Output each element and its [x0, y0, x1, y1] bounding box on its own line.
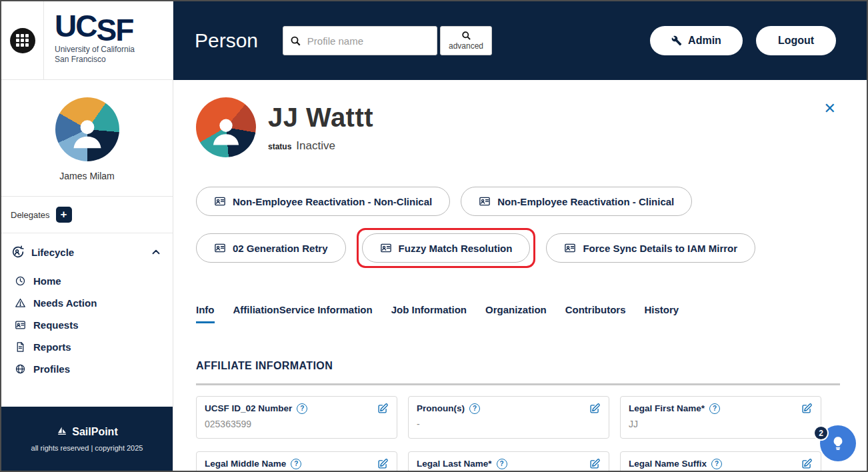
tools-icon	[671, 35, 682, 46]
lifecycle-section-header[interactable]: Lifecycle	[1, 233, 173, 267]
id-badge-icon	[15, 319, 26, 331]
field-label: Legal Name Suffix	[629, 459, 707, 469]
red-highlight-annotation: Fuzzy Match Resolution	[357, 228, 536, 268]
copyright-text: all rights reserved | copyright 2025	[31, 444, 143, 452]
sailpoint-logo: SailPoint	[56, 426, 117, 438]
help-icon[interactable]: ?	[469, 403, 480, 414]
help-fab-button[interactable]: 2	[820, 425, 856, 461]
sidebar: UCSF University of California San Franci…	[1, 1, 173, 471]
edit-icon[interactable]	[377, 403, 389, 414]
tab-history[interactable]: History	[645, 304, 679, 323]
tab-contributors[interactable]: Contributors	[565, 304, 626, 323]
actions-row-2: 02 Generation Retry Fuzzy Match Resoluti…	[196, 228, 755, 268]
advanced-search-button[interactable]: advanced	[440, 26, 492, 55]
lifecycle-label: Lifecycle	[31, 247, 74, 258]
notification-badge: 2	[813, 425, 829, 441]
field-grid: UCSF ID_02 Number ? 025363599 Pronoun(s)…	[196, 396, 821, 471]
lightbulb-icon	[829, 435, 847, 452]
action-02-generation-retry[interactable]: 02 Generation Retry	[196, 233, 346, 263]
field-label: Legal First Name*	[629, 403, 705, 413]
sidebar-user-avatar	[55, 97, 119, 161]
app-window: UCSF University of California San Franci…	[0, 0, 868, 472]
edit-icon[interactable]	[801, 458, 813, 469]
person-silhouette-icon	[208, 112, 244, 148]
warning-icon	[15, 297, 26, 309]
app-launcher-button[interactable]	[10, 28, 35, 53]
section-divider	[196, 383, 840, 385]
status-row: status Inactive	[268, 139, 373, 153]
sidebar-footer: SailPoint all rights reserved | copyrigh…	[1, 407, 173, 471]
action-non-employee-reactivation-clinical[interactable]: Non-Employee Reactivation - Clinical	[461, 187, 692, 216]
sidebar-menu: Home Needs Action Requests Reports Profi…	[1, 270, 173, 380]
field-value: -	[417, 419, 601, 429]
id-badge-icon	[479, 195, 491, 207]
tab-affiliation-service-information[interactable]: AffiliationService Information	[233, 304, 373, 323]
ucsf-logo: UCSF University of California San Franci…	[44, 1, 135, 79]
sidebar-item-requests[interactable]: Requests	[1, 314, 173, 336]
add-delegate-button[interactable]: +	[56, 207, 72, 223]
search-input[interactable]	[306, 35, 430, 47]
chevron-up-icon[interactable]	[150, 246, 162, 258]
field-legal-name-suffix: Legal Name Suffix ?	[620, 451, 821, 471]
help-icon[interactable]: ?	[711, 459, 722, 469]
help-icon[interactable]: ?	[297, 403, 307, 414]
id-badge-icon	[564, 242, 576, 254]
sidebar-item-needs-action[interactable]: Needs Action	[1, 292, 173, 314]
tab-organization[interactable]: Organization	[485, 304, 547, 323]
delegates-row: Delegates +	[1, 197, 173, 233]
search-icon	[290, 35, 301, 47]
actions-row-1: Non-Employee Reactivation - Non-Clinical…	[196, 187, 692, 216]
id-badge-icon	[214, 242, 226, 254]
sidebar-user-name: James Milam	[1, 171, 173, 181]
admin-button[interactable]: Admin	[650, 26, 743, 55]
lifecycle-icon	[11, 245, 25, 259]
edit-icon[interactable]	[589, 403, 601, 414]
tab-bar: Info AffiliationService Information Job …	[196, 304, 679, 323]
main-content: ✕ JJ Wattt status Inactive Non-Employee …	[173, 80, 867, 471]
sidebar-item-reports[interactable]: Reports	[1, 336, 173, 358]
tab-job-information[interactable]: Job Information	[391, 304, 467, 323]
profile-search	[283, 26, 437, 55]
page-title: Person	[195, 29, 258, 52]
delegates-label: Delegates	[11, 210, 50, 220]
close-icon[interactable]: ✕	[824, 101, 836, 116]
search-icon	[461, 31, 471, 41]
field-label: Legal Last Name*	[417, 459, 492, 469]
field-ucsf-id-02-number: UCSF ID_02 Number ? 025363599	[196, 396, 397, 439]
action-fuzzy-match-resolution[interactable]: Fuzzy Match Resolution	[362, 233, 531, 263]
edit-icon[interactable]	[589, 458, 601, 469]
field-legal-last-name: Legal Last Name* ?	[408, 451, 609, 471]
field-pronouns: Pronoun(s) ? -	[408, 396, 609, 439]
grid-icon	[16, 34, 29, 47]
field-label: Legal Middle Name	[205, 459, 286, 469]
field-label: UCSF ID_02 Number	[205, 403, 292, 413]
help-icon[interactable]: ?	[291, 459, 301, 469]
top-bar: Person advanced Admin Logout	[173, 1, 867, 80]
app-launcher-column	[1, 1, 44, 79]
profile-name: JJ Wattt	[268, 103, 373, 133]
logo-area: UCSF University of California San Franci…	[1, 1, 173, 80]
edit-icon[interactable]	[377, 458, 389, 469]
field-value: JJ	[629, 419, 813, 429]
sail-icon	[56, 426, 68, 438]
sidebar-user-section: James Milam	[1, 80, 173, 197]
globe-icon	[15, 363, 26, 375]
sidebar-item-profiles[interactable]: Profiles	[1, 358, 173, 380]
home-icon	[15, 275, 26, 287]
help-icon[interactable]: ?	[709, 403, 720, 414]
logout-button[interactable]: Logout	[756, 26, 836, 55]
id-badge-icon	[380, 242, 392, 254]
ucsf-logo-text: UCSF	[55, 9, 135, 43]
field-label: Pronoun(s)	[417, 403, 465, 413]
field-legal-first-name: Legal First Name* ? JJ	[620, 396, 821, 439]
plus-icon: +	[61, 208, 67, 221]
document-icon	[15, 341, 26, 353]
section-title: AFFILIATE INFORMATION	[196, 360, 333, 372]
status-label: status	[268, 142, 291, 151]
sidebar-item-home[interactable]: Home	[1, 270, 173, 292]
action-force-sync-details-iam-mirror[interactable]: Force Sync Details to IAM Mirror	[546, 233, 755, 263]
edit-icon[interactable]	[801, 403, 813, 414]
help-icon[interactable]: ?	[497, 459, 507, 469]
action-non-employee-reactivation-non-clinical[interactable]: Non-Employee Reactivation - Non-Clinical	[196, 187, 450, 216]
tab-info[interactable]: Info	[196, 304, 215, 323]
